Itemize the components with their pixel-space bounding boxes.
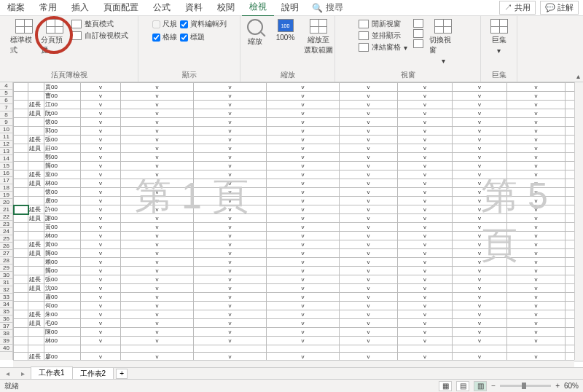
cell[interactable]: 組長: [28, 205, 44, 214]
cell[interactable]: v: [340, 258, 398, 267]
row-header[interactable]: 6: [0, 97, 12, 104]
row-header[interactable]: 32: [0, 286, 12, 294]
cell[interactable]: 組長: [28, 101, 44, 109]
cell[interactable]: v: [507, 328, 566, 337]
row-header[interactable]: 37: [0, 323, 12, 330]
row-header[interactable]: 10: [0, 126, 12, 133]
cell[interactable]: v: [121, 153, 194, 162]
cell[interactable]: v: [194, 232, 267, 240]
cell[interactable]: v: [267, 267, 340, 275]
cell[interactable]: v: [194, 197, 267, 205]
freeze-panes-button[interactable]: 凍結窗格 ▾: [359, 42, 407, 52]
win-opt2-button[interactable]: [413, 29, 423, 38]
cell[interactable]: [81, 345, 121, 353]
cell[interactable]: [28, 197, 44, 205]
cell[interactable]: v: [507, 197, 566, 205]
cell[interactable]: 曹00: [44, 92, 81, 101]
cell[interactable]: v: [507, 144, 566, 153]
cell[interactable]: v: [453, 144, 507, 153]
cell[interactable]: v: [81, 258, 121, 267]
search-box[interactable]: 🔍 搜尋: [312, 1, 343, 14]
cell[interactable]: [194, 345, 267, 353]
cell[interactable]: v: [194, 170, 267, 179]
cell[interactable]: v: [340, 92, 398, 101]
menu-home[interactable]: 常用: [32, 0, 64, 16]
cell[interactable]: v: [340, 249, 398, 258]
cell[interactable]: v: [194, 223, 267, 232]
cell[interactable]: 何00: [44, 302, 81, 310]
cell[interactable]: v: [121, 319, 194, 328]
cell[interactable]: v: [81, 144, 121, 153]
cell[interactable]: 張00: [44, 136, 81, 144]
zoom-100-button[interactable]: 100100%: [272, 19, 300, 42]
cell[interactable]: v: [121, 170, 194, 179]
cell[interactable]: 龔00: [44, 267, 81, 275]
cell[interactable]: v: [398, 328, 453, 337]
cell[interactable]: v: [340, 232, 398, 240]
row-header[interactable]: 33: [0, 294, 12, 301]
row-header[interactable]: 19: [0, 192, 12, 199]
cell[interactable]: v: [453, 293, 507, 302]
cell[interactable]: [14, 223, 28, 232]
cell[interactable]: 毛00: [44, 319, 81, 328]
cell[interactable]: v: [121, 293, 194, 302]
cell[interactable]: v: [398, 188, 453, 197]
cell[interactable]: v: [194, 205, 267, 214]
cell[interactable]: 組員: [28, 179, 44, 188]
cell[interactable]: [28, 328, 44, 337]
cell[interactable]: v: [507, 267, 566, 275]
row-header[interactable]: 23: [0, 221, 12, 228]
cell[interactable]: 組員: [28, 109, 44, 118]
win-opt1-button[interactable]: [413, 19, 423, 28]
cell[interactable]: [121, 345, 194, 353]
cell[interactable]: v: [267, 179, 340, 188]
cell[interactable]: [398, 345, 453, 353]
cell[interactable]: v: [194, 188, 267, 197]
cell[interactable]: [14, 109, 28, 118]
cell[interactable]: v: [81, 188, 121, 197]
cell[interactable]: 郭00: [44, 127, 81, 136]
cell[interactable]: v: [340, 101, 398, 109]
cell[interactable]: v: [194, 302, 267, 310]
cell[interactable]: v: [121, 101, 194, 109]
cell[interactable]: v: [81, 302, 121, 310]
cell[interactable]: v: [398, 267, 453, 275]
cell[interactable]: 沈00: [44, 284, 81, 293]
cell[interactable]: v: [507, 240, 566, 249]
cell[interactable]: v: [121, 118, 194, 127]
cell[interactable]: [14, 302, 28, 310]
cell[interactable]: v: [81, 197, 121, 205]
cell[interactable]: 組長: [28, 310, 44, 319]
cell[interactable]: v: [81, 162, 121, 170]
cell[interactable]: v: [398, 337, 453, 345]
vertical-scrollbar[interactable]: [574, 82, 583, 360]
cell[interactable]: v: [194, 275, 267, 284]
row-header[interactable]: 25: [0, 235, 12, 243]
cell[interactable]: [28, 302, 44, 310]
row-header[interactable]: 34: [0, 301, 12, 308]
cell[interactable]: v: [340, 144, 398, 153]
new-window-button[interactable]: 開新視窗: [359, 19, 407, 29]
cell[interactable]: v: [81, 214, 121, 223]
cell[interactable]: [14, 179, 28, 188]
view-normal-button[interactable]: ▦: [439, 381, 452, 391]
cell[interactable]: v: [81, 267, 121, 275]
cell[interactable]: [28, 232, 44, 240]
cell[interactable]: v: [81, 310, 121, 319]
cell[interactable]: v: [194, 214, 267, 223]
cell[interactable]: v: [398, 302, 453, 310]
row-header[interactable]: 14: [0, 155, 12, 162]
cell[interactable]: v: [81, 118, 121, 127]
menu-insert[interactable]: 插入: [64, 0, 96, 16]
cell[interactable]: v: [121, 310, 194, 319]
cell[interactable]: v: [398, 197, 453, 205]
cell[interactable]: v: [267, 310, 340, 319]
cell[interactable]: 林00: [44, 179, 81, 188]
cell[interactable]: 許00: [44, 205, 81, 214]
cell[interactable]: v: [121, 197, 194, 205]
cell[interactable]: [14, 162, 28, 170]
cell[interactable]: v: [453, 109, 507, 118]
menu-file[interactable]: 檔案: [0, 0, 32, 16]
cell[interactable]: v: [267, 127, 340, 136]
cell[interactable]: v: [340, 319, 398, 328]
